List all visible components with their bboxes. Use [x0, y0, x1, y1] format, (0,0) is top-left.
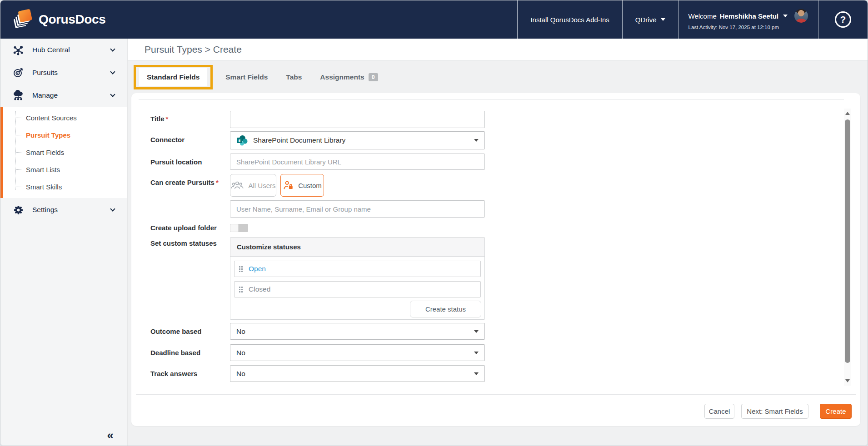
- deadline-based-label: Deadline based: [150, 349, 200, 357]
- chevron-down-icon: [110, 46, 115, 51]
- sidebar-item-hub-central[interactable]: Hub Central: [0, 39, 127, 61]
- sidebar-collapse-button[interactable]: «: [107, 429, 114, 441]
- connector-select[interactable]: s SharePoint Document Library: [230, 131, 485, 149]
- tab-assignments[interactable]: Assignments 0: [320, 73, 378, 81]
- brand[interactable]: QorusDocs: [0, 0, 105, 39]
- assignments-count-badge: 0: [369, 73, 378, 81]
- all-users-label: All Users: [248, 182, 275, 189]
- user-lock-icon: [283, 180, 294, 190]
- sidebar-item-label: Pursuits: [32, 69, 58, 77]
- sidebar: Hub Central Pursuits: [0, 39, 128, 446]
- chevron-down-icon: [474, 372, 479, 375]
- next-smart-fields-button[interactable]: Next: Smart Fields: [741, 404, 808, 419]
- chevron-down-icon: [783, 15, 788, 17]
- custom-label: Custom: [298, 182, 322, 189]
- track-answers-label: Track answers: [150, 370, 197, 377]
- pursuit-location-label: Pursuit location: [150, 158, 202, 166]
- sidebar-item-pursuit-types[interactable]: Pursuit Types: [3, 126, 127, 144]
- deadline-based-select[interactable]: No: [230, 344, 485, 361]
- manage-cloud-icon: [11, 90, 25, 101]
- customize-statuses-header: Customize statuses: [230, 238, 484, 257]
- users-group-icon: [230, 180, 244, 190]
- custom-button[interactable]: Custom: [280, 174, 324, 197]
- chevron-down-icon: [474, 330, 479, 333]
- sidebar-item-content-sources[interactable]: Content Sources: [3, 109, 127, 126]
- user-search-input[interactable]: [230, 200, 485, 218]
- app-window: QorusDocs Install QorusDocs Add-Ins QDri…: [0, 0, 868, 446]
- last-activity: Last Activity: Nov 17, 2025 at 12:10 pm: [688, 25, 779, 30]
- create-button[interactable]: Create: [820, 404, 852, 419]
- brand-name: QorusDocs: [39, 12, 105, 27]
- create-status-button[interactable]: Create status: [410, 301, 481, 317]
- sidebar-item-label: Manage: [32, 91, 58, 99]
- status-name-closed[interactable]: Closed: [249, 285, 270, 293]
- vertical-scrollbar[interactable]: [844, 109, 851, 386]
- track-answers-select[interactable]: No: [230, 365, 485, 382]
- qorusdocs-logo-icon: [12, 9, 34, 30]
- required-mark: *: [166, 115, 169, 123]
- chevron-down-icon: [474, 352, 479, 354]
- help-icon[interactable]: ?: [835, 11, 851, 28]
- sharepoint-icon: s: [236, 134, 248, 146]
- connector-label: Connector: [150, 136, 185, 144]
- status-name-open[interactable]: Open: [249, 265, 266, 273]
- sidebar-item-smart-fields[interactable]: Smart Fields: [3, 144, 127, 161]
- custom-statuses-label: Set custom statuses: [150, 239, 217, 247]
- drag-handle-icon[interactable]: [239, 266, 243, 272]
- chevron-down-icon: [110, 206, 115, 211]
- tabstrip: Standard Fields Smart Fields Tabs Assign…: [128, 61, 868, 93]
- svg-text:s: s: [238, 138, 240, 143]
- sidebar-item-settings[interactable]: Settings: [0, 198, 127, 222]
- outcome-based-label: Outcome based: [150, 327, 202, 335]
- outcome-based-value: No: [236, 327, 245, 336]
- connector-value: SharePoint Document Library: [253, 136, 345, 144]
- tab-smart-fields[interactable]: Smart Fields: [225, 73, 268, 81]
- tab-label: Standard Fields: [147, 73, 200, 81]
- tab-tabs[interactable]: Tabs: [286, 73, 302, 81]
- tab-label: Assignments: [320, 73, 364, 81]
- chevron-down-icon: [110, 69, 115, 74]
- install-addins-link[interactable]: Install QorusDocs Add-Ins: [517, 0, 622, 39]
- status-row-closed[interactable]: Closed: [234, 281, 481, 297]
- pursuits-target-icon: [11, 67, 25, 78]
- customize-statuses-box: Customize statuses Open Closed Create st…: [230, 237, 485, 320]
- outcome-based-select[interactable]: No: [230, 323, 485, 340]
- breadcrumb: Pursuit Types > Create: [145, 44, 242, 55]
- top-header: QorusDocs Install QorusDocs Add-Ins QDri…: [0, 0, 868, 39]
- user-menu[interactable]: Welcome Hemshikha Seetul Last Activity: …: [678, 0, 818, 39]
- form-card: Title* Connector s SharePoint Document L…: [131, 93, 860, 426]
- sidebar-item-pursuits[interactable]: Pursuits: [0, 61, 127, 84]
- required-mark: *: [216, 178, 219, 186]
- scroll-down-arrow-icon[interactable]: [845, 379, 850, 382]
- divider: [136, 394, 856, 395]
- title-input[interactable]: [230, 111, 485, 128]
- upload-folder-toggle[interactable]: [230, 224, 248, 232]
- main-area: Pursuit Types > Create Standard Fields S…: [128, 39, 868, 446]
- all-users-button[interactable]: All Users: [230, 174, 276, 197]
- sidebar-item-label: Settings: [32, 206, 58, 214]
- title-label: Title*: [150, 115, 168, 123]
- status-row-open[interactable]: Open: [234, 261, 481, 277]
- qdrive-menu[interactable]: QDrive: [622, 0, 678, 39]
- upload-folder-label: Create upload folder: [150, 224, 217, 232]
- scroll-up-arrow-icon[interactable]: [845, 112, 850, 115]
- chevron-down-icon: [110, 92, 115, 97]
- sidebar-item-label: Hub Central: [32, 46, 70, 54]
- deadline-based-value: No: [236, 349, 245, 357]
- tab-standard-fields[interactable]: Standard Fields: [139, 68, 207, 86]
- sidebar-item-smart-lists[interactable]: Smart Lists: [3, 161, 127, 178]
- drag-handle-icon[interactable]: [239, 287, 243, 292]
- user-line: Welcome Hemshikha Seetul: [688, 9, 808, 23]
- sidebar-item-manage[interactable]: Manage: [0, 84, 127, 107]
- manage-submenu: Content Sources Pursuit Types Smart Fiel…: [0, 107, 127, 198]
- chevron-down-icon: [661, 18, 665, 21]
- cancel-button[interactable]: Cancel: [704, 404, 734, 419]
- gear-icon: [11, 205, 25, 215]
- scrollbar-thumb[interactable]: [845, 119, 850, 363]
- help-section: ?: [818, 0, 868, 39]
- user-avatar[interactable]: [794, 9, 808, 23]
- user-name: Hemshikha Seetul: [720, 12, 778, 20]
- pursuit-location-input[interactable]: [230, 154, 485, 170]
- sidebar-item-smart-skills[interactable]: Smart Skills: [3, 178, 127, 195]
- divider: [139, 99, 844, 100]
